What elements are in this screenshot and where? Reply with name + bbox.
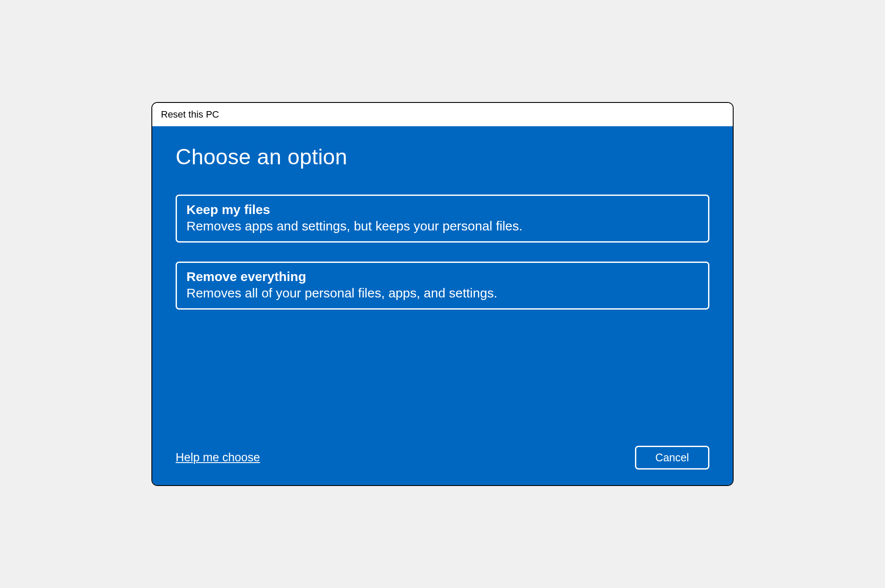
option-remove-everything[interactable]: Remove everything Removes all of your pe… xyxy=(176,262,709,310)
dialog-content: Choose an option Keep my files Removes a… xyxy=(152,126,733,485)
page-heading: Choose an option xyxy=(176,144,709,169)
help-me-choose-link[interactable]: Help me choose xyxy=(176,451,260,464)
option-description: Removes apps and settings, but keeps you… xyxy=(186,219,699,233)
window-title: Reset this PC xyxy=(161,109,219,120)
reset-pc-dialog: Reset this PC Choose an option Keep my f… xyxy=(151,102,734,486)
titlebar: Reset this PC xyxy=(152,103,733,126)
cancel-button[interactable]: Cancel xyxy=(635,446,709,470)
option-description: Removes all of your personal files, apps… xyxy=(186,286,699,300)
options-list: Keep my files Removes apps and settings,… xyxy=(176,195,709,310)
option-title: Remove everything xyxy=(186,269,699,284)
option-title: Keep my files xyxy=(186,202,699,217)
option-keep-my-files[interactable]: Keep my files Removes apps and settings,… xyxy=(176,195,709,243)
dialog-footer: Help me choose Cancel xyxy=(176,446,709,472)
